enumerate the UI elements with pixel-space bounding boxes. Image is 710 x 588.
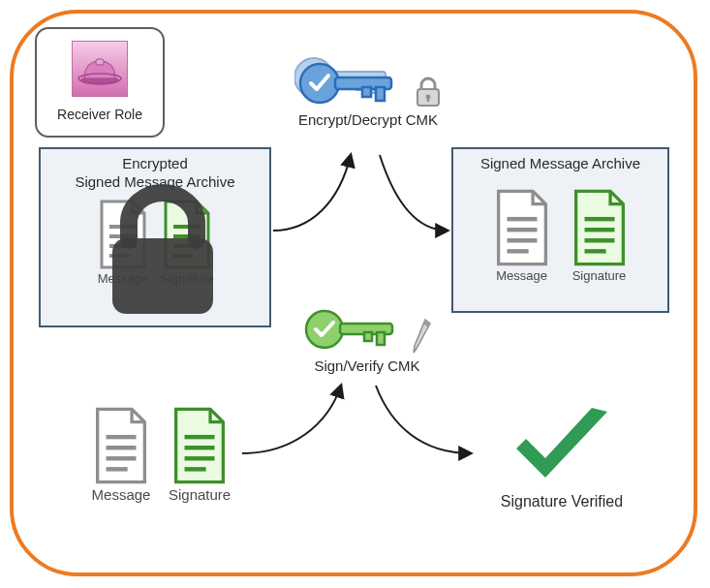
message-doc-icon bbox=[91, 407, 151, 484]
diagram-canvas: Receiver Role bbox=[0, 0, 710, 588]
padlock-icon bbox=[415, 76, 442, 108]
enc-message-label: Message bbox=[98, 271, 149, 286]
sign-verify-cmk: Sign/Verify CMK bbox=[285, 298, 449, 374]
checkmark-icon bbox=[509, 402, 615, 489]
receiver-role-card: Receiver Role bbox=[35, 27, 165, 138]
svg-rect-13 bbox=[427, 97, 429, 102]
signature-doc-icon bbox=[160, 200, 214, 269]
svg-rect-34 bbox=[364, 332, 372, 341]
receiver-role-label: Receiver Role bbox=[57, 107, 142, 122]
signature-doc-icon bbox=[570, 189, 630, 266]
signature-verified: Signature Verified bbox=[465, 402, 659, 511]
green-key-icon bbox=[301, 298, 406, 355]
bottom-signature-label: Signature bbox=[169, 486, 231, 503]
signed-title: Signed Message Archive bbox=[480, 155, 640, 173]
svg-rect-33 bbox=[377, 332, 385, 345]
verified-label: Signature Verified bbox=[501, 493, 623, 511]
input-docs: Message Signature bbox=[91, 407, 231, 503]
pen-icon bbox=[412, 318, 433, 355]
encrypt-cmk-label: Encrypt/Decrypt CMK bbox=[298, 111, 438, 128]
enc-signature-label: Signature bbox=[160, 271, 214, 286]
message-doc-icon bbox=[96, 200, 150, 269]
sign-cmk-label: Sign/Verify CMK bbox=[314, 357, 419, 374]
signed-archive-panel: Signed Message Archive Message bbox=[451, 147, 669, 313]
svg-rect-9 bbox=[376, 87, 385, 101]
signature-doc-icon bbox=[170, 407, 230, 484]
svg-rect-1 bbox=[96, 59, 104, 65]
enc-title-1: Encrypted bbox=[122, 155, 188, 171]
bottom-message-label: Message bbox=[92, 486, 151, 503]
encrypt-decrypt-cmk: Encrypt/Decrypt CMK bbox=[281, 48, 455, 128]
encrypted-archive-panel: Encrypted Signed Message Archive Message bbox=[39, 147, 271, 327]
message-doc-icon bbox=[492, 189, 552, 266]
signed-message-label: Message bbox=[496, 268, 547, 283]
svg-rect-10 bbox=[362, 87, 371, 97]
signed-signature-label: Signature bbox=[572, 268, 627, 283]
hardhat-icon bbox=[72, 41, 128, 97]
enc-title-2: Signed Message Archive bbox=[75, 173, 234, 190]
blue-key-icon bbox=[294, 48, 409, 108]
